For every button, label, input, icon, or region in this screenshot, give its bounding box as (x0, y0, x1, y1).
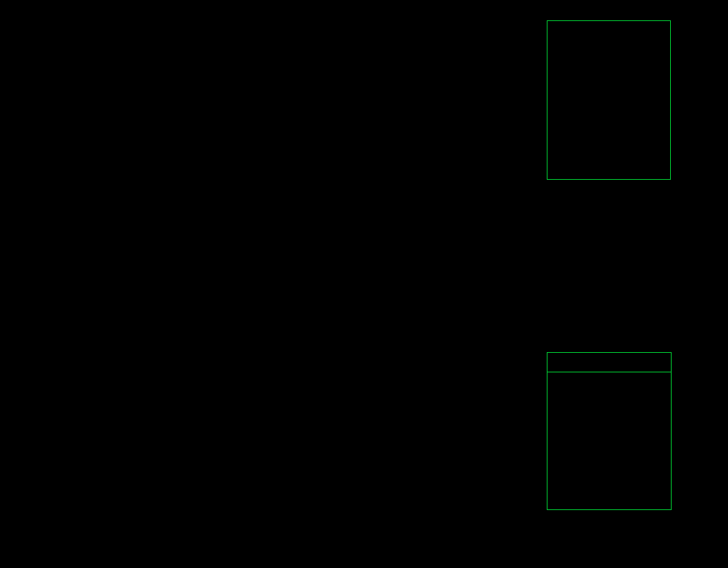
aip-table-separator (547, 372, 672, 372)
autoscala-table-title (548, 21, 670, 41)
autoscala-output-table (547, 20, 671, 180)
aip-output-table-border (547, 352, 672, 510)
